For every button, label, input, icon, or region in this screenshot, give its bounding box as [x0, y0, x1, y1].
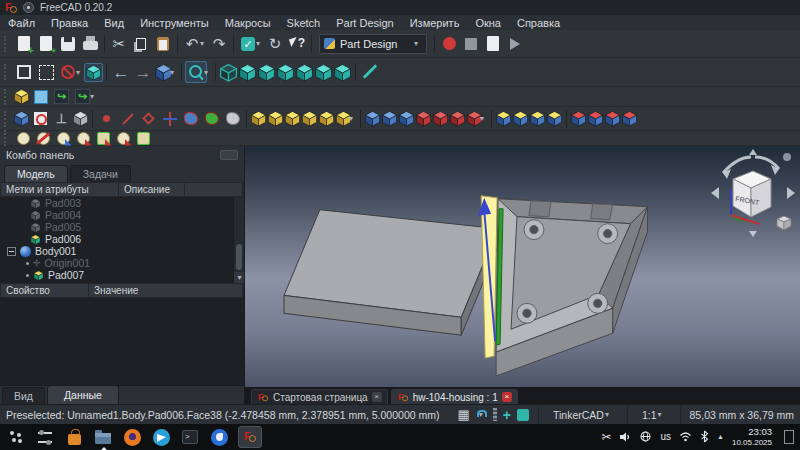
measure-toggle-3d-icon[interactable] — [113, 131, 133, 145]
panel-detach-button[interactable] — [220, 150, 238, 160]
pocket-icon[interactable] — [364, 110, 381, 127]
forward-icon[interactable]: → — [132, 61, 154, 83]
toolbar-grip[interactable] — [4, 64, 9, 80]
menu-file[interactable]: Файл — [0, 17, 43, 29]
additive-helix-icon[interactable] — [318, 110, 335, 127]
clip-plane-icon[interactable] — [359, 61, 381, 83]
revolution-icon[interactable] — [267, 110, 284, 127]
measure-angular-icon[interactable] — [33, 131, 53, 145]
menu-part-design[interactable]: Part Design — [328, 17, 401, 29]
terminal-icon[interactable] — [180, 427, 200, 447]
thickness-icon[interactable] — [621, 110, 638, 127]
grid-toggle-icon[interactable]: ▦ — [457, 408, 469, 421]
scale-select[interactable]: 1:1▾ — [637, 408, 671, 422]
subtractive-loft-icon[interactable] — [415, 110, 432, 127]
view-dropdown-icon[interactable]: ▾ — [170, 68, 178, 77]
record-macro-icon[interactable] — [438, 33, 460, 55]
viewport-3d[interactable]: FRONT — [245, 146, 800, 387]
menu-tools[interactable]: Инструменты — [132, 17, 217, 29]
datum-point-icon[interactable] — [96, 109, 117, 129]
close-tab-icon[interactable]: × — [502, 392, 512, 402]
tray-expand-icon[interactable]: ▲ — [717, 433, 724, 440]
open-file-icon[interactable] — [35, 33, 57, 55]
execute-macro-icon[interactable] — [504, 33, 526, 55]
clipboard-scissors-icon[interactable]: ✂ — [601, 431, 611, 443]
hole-icon[interactable] — [381, 110, 398, 127]
tree-scrollbar[interactable]: ▲ ▼ — [233, 197, 244, 283]
telegram-icon[interactable] — [151, 427, 171, 447]
tab-view-properties[interactable]: Вид — [2, 387, 45, 404]
local-coordinate-system-icon[interactable] — [159, 109, 180, 129]
edit-sketch-icon[interactable] — [51, 87, 72, 107]
menu-windows[interactable]: Окна — [467, 17, 509, 29]
redo-icon[interactable]: ↷ — [208, 33, 230, 55]
left-view-icon[interactable] — [333, 63, 352, 82]
show-desktop-button[interactable] — [784, 430, 794, 444]
front-view-icon[interactable] — [238, 63, 257, 82]
tab-hw-104-housing[interactable]: hw-104-housing : 1 × — [391, 389, 518, 404]
clone-icon[interactable] — [201, 109, 222, 129]
measure-refresh-icon[interactable] — [53, 131, 73, 145]
fillet-icon[interactable] — [570, 110, 587, 127]
workbench-dropdown-icon[interactable]: ▾ — [414, 39, 422, 48]
datum-plane-icon[interactable] — [138, 109, 159, 129]
save-icon[interactable] — [57, 33, 79, 55]
tree-item-pad007[interactable]: Pad007 — [0, 269, 244, 281]
subtractive-helix-icon[interactable] — [449, 110, 466, 127]
draft-icon[interactable] — [604, 110, 621, 127]
create-datum-icon[interactable]: ⊥ — [51, 109, 72, 129]
tree-item-origin001[interactable]: ✛Origin001 — [0, 257, 244, 269]
nav-style-dropdown-icon[interactable]: ▾ — [605, 410, 613, 419]
multi-transform-icon[interactable] — [546, 110, 563, 127]
subtractive-dropdown-icon[interactable]: ▾ — [480, 114, 488, 123]
right-view-icon[interactable] — [276, 63, 295, 82]
collapse-expander-icon[interactable] — [7, 247, 16, 256]
create-sketch-icon[interactable] — [30, 87, 51, 107]
keyboard-layout-indicator[interactable]: us — [660, 431, 671, 442]
copy-icon[interactable] — [130, 33, 152, 55]
navigation-style-select[interactable]: TinkerCAD▾ — [548, 408, 618, 422]
wifi-icon[interactable] — [679, 431, 692, 442]
stop-macro-icon[interactable] — [460, 33, 482, 55]
measure-clear-all-icon[interactable] — [73, 131, 93, 145]
menu-view[interactable]: Вид — [96, 17, 132, 29]
volume-icon[interactable] — [619, 431, 631, 443]
zoom-icon[interactable] — [185, 61, 207, 83]
macros-dialog-icon[interactable] — [482, 33, 504, 55]
axonometric-view-icon[interactable] — [219, 63, 238, 82]
measure-linear-icon[interactable] — [13, 131, 33, 145]
additive-dropdown-icon[interactable]: ▾ — [349, 114, 357, 123]
groove-icon[interactable] — [398, 110, 415, 127]
working-plane-icon[interactable] — [517, 409, 529, 421]
snap-ruler-icon[interactable] — [493, 408, 497, 421]
chamfer-icon[interactable] — [587, 110, 604, 127]
additive-pipe-icon[interactable] — [301, 110, 318, 127]
menu-macros[interactable]: Макросы — [217, 17, 279, 29]
shape-binder-icon[interactable] — [180, 109, 201, 129]
menu-help[interactable]: Справка — [509, 17, 568, 29]
scroll-thumb[interactable] — [236, 244, 242, 270]
menu-edit[interactable]: Правка — [43, 17, 96, 29]
tab-start-page[interactable]: Стартовая страница × — [251, 389, 388, 404]
fit-selection-icon[interactable] — [35, 61, 57, 83]
print-icon[interactable] — [79, 33, 101, 55]
app-launcher-icon[interactable] — [6, 427, 26, 447]
scale-dropdown-icon[interactable]: ▾ — [658, 410, 666, 419]
mirrored-icon[interactable] — [495, 110, 512, 127]
validate-dropdown-icon[interactable]: ▾ — [256, 39, 264, 48]
fit-all-icon[interactable] — [13, 61, 35, 83]
undo-dropdown-icon[interactable]: ▾ — [200, 39, 208, 48]
settings-sliders-icon[interactable] — [35, 427, 55, 447]
toolbar-grip[interactable] — [4, 111, 9, 127]
check-geometry-icon[interactable] — [13, 110, 30, 127]
validate-sketch-icon[interactable] — [30, 109, 51, 129]
draw-style-dropdown-icon[interactable]: ▾ — [76, 68, 84, 77]
menu-sketch[interactable]: Sketch — [279, 17, 329, 29]
close-tab-icon[interactable]: × — [372, 392, 382, 402]
file-manager-icon[interactable] — [93, 427, 113, 447]
crosshair-icon[interactable]: + — [503, 408, 511, 422]
back-icon[interactable]: ← — [110, 61, 132, 83]
tab-data-properties[interactable]: Данные — [47, 385, 119, 404]
tree-item-pad003[interactable]: Pad003 — [0, 197, 244, 209]
cut-icon[interactable]: ✂ — [108, 33, 130, 55]
